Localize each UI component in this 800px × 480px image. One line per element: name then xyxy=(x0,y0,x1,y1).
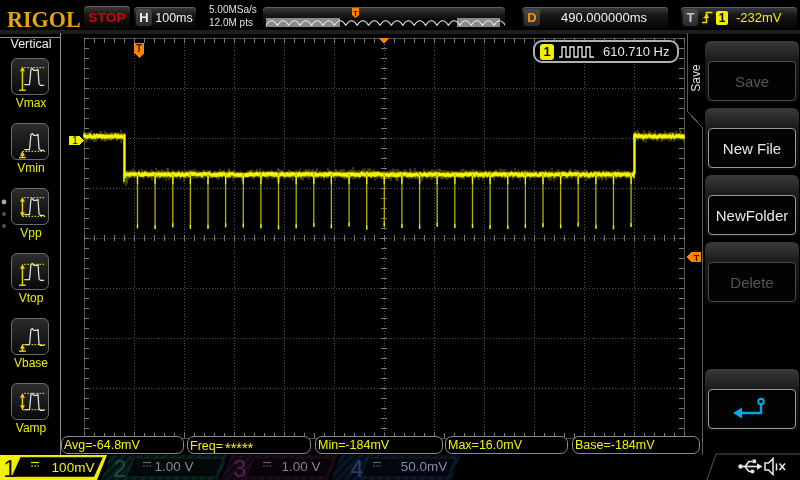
svg-text:T: T xyxy=(353,9,358,18)
svg-text:50.0mV: 50.0mV xyxy=(401,459,448,474)
svg-text:1.00 V: 1.00 V xyxy=(154,459,193,474)
svg-text:1.00 V: 1.00 V xyxy=(281,459,320,474)
svg-text:100mV: 100mV xyxy=(52,460,95,475)
svg-text:1: 1 xyxy=(3,455,16,480)
svg-text:4: 4 xyxy=(350,455,363,480)
svg-text:1: 1 xyxy=(72,135,78,146)
svg-text:T: T xyxy=(136,43,142,54)
svg-text:2: 2 xyxy=(113,455,126,480)
svg-text:T: T xyxy=(694,253,700,263)
svg-text:3: 3 xyxy=(233,455,246,480)
